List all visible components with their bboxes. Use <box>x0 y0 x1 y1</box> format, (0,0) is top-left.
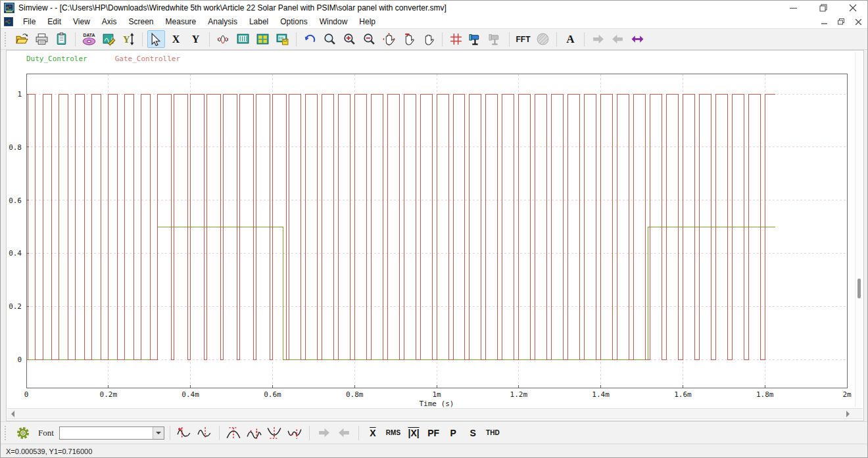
svg-text:DATA: DATA <box>83 33 95 37</box>
hand-button[interactable] <box>420 30 437 48</box>
save-screen-button[interactable] <box>274 30 291 48</box>
fit-horizontal-button[interactable] <box>629 30 646 48</box>
fit-horizontal-icon <box>631 32 644 46</box>
font-select-value[interactable] <box>60 427 153 439</box>
close-button[interactable] <box>838 1 867 15</box>
toolbar-separator <box>296 32 297 47</box>
next-page-disabled-button <box>589 30 607 48</box>
measure-cursor1-button[interactable] <box>176 424 193 442</box>
crosshair-grid-button[interactable] <box>447 30 465 48</box>
data-export-button[interactable]: DATA <box>80 30 98 48</box>
menu-axis[interactable]: Axis <box>96 16 123 28</box>
pan-button[interactable] <box>380 30 398 48</box>
global-max-button[interactable] <box>225 424 243 442</box>
text-tool-button[interactable]: A <box>562 30 579 48</box>
restore-button[interactable] <box>808 1 838 15</box>
screen-settings-button[interactable] <box>234 30 252 48</box>
scroll-left-arrow[interactable] <box>11 411 14 417</box>
real-power-button[interactable]: P <box>445 424 462 442</box>
zoom-in-button[interactable] <box>341 30 358 48</box>
print-button[interactable] <box>33 30 51 48</box>
next-max-button[interactable] <box>245 424 263 442</box>
pointer-button[interactable] <box>147 30 165 48</box>
rms-button[interactable]: RMS <box>384 424 402 442</box>
crosshair-grid-icon <box>449 32 463 46</box>
next-min-button[interactable] <box>286 424 304 442</box>
measure-toolbar: Font <box>1 421 868 444</box>
y-tick-label: 0.8 <box>9 143 22 152</box>
pan-minus-button[interactable] <box>400 30 418 48</box>
split-screen-button[interactable] <box>254 30 272 48</box>
undo-button[interactable] <box>301 30 319 48</box>
global-max-icon <box>226 425 241 441</box>
prev-page-disabled-icon <box>611 32 625 46</box>
app-icon <box>4 3 14 13</box>
x-axis-button[interactable]: X <box>167 30 185 48</box>
toolbar-separator <box>142 32 143 47</box>
font-select[interactable] <box>59 426 164 440</box>
y-axis-button[interactable]: Y <box>187 30 205 48</box>
menu-label[interactable]: Label <box>243 16 274 28</box>
x-tick-label: 0.8m <box>346 390 364 399</box>
mean-abs-button[interactable]: |X| <box>405 424 422 442</box>
next-page-disabled-icon <box>591 32 605 46</box>
copy-button[interactable] <box>53 30 70 48</box>
next-disabled-button <box>315 424 333 442</box>
thd-button[interactable]: THD <box>484 424 502 442</box>
measure-cursor2-button[interactable] <box>196 424 214 442</box>
toolbar-separator <box>442 32 443 47</box>
menu-screen[interactable]: Screen <box>123 16 160 28</box>
global-min-button[interactable] <box>266 424 283 442</box>
settings-gear-icon <box>16 426 30 440</box>
print-icon <box>35 32 49 46</box>
settings-gear-button[interactable] <box>14 424 32 442</box>
x-tick-label: 0 <box>24 390 29 399</box>
mean-button[interactable]: X <box>364 424 381 442</box>
edit-curves-button[interactable] <box>100 30 118 48</box>
menu-help[interactable]: Help <box>353 16 381 28</box>
menu-options[interactable]: Options <box>274 16 313 28</box>
undo-icon <box>303 32 317 46</box>
x-tick-label: 0.6m <box>264 390 281 399</box>
fft-button[interactable]: FFT <box>514 30 532 48</box>
measure-cursor-button[interactable] <box>467 30 485 48</box>
y-range-icon: Y <box>122 32 135 46</box>
toolbar-separator <box>509 32 510 47</box>
vertical-scrollbar-thumb[interactable] <box>857 279 861 298</box>
menu-file[interactable]: File <box>17 16 41 28</box>
chevron-down-icon[interactable] <box>153 427 164 439</box>
horizontal-scrollbar[interactable] <box>7 408 863 419</box>
close-icon <box>849 4 857 12</box>
toolbar-separator <box>170 426 170 440</box>
x-tick-label: 0.2m <box>100 390 118 399</box>
waveform-plot[interactable]: 00.20.40.60.8100.2m0.4m0.6m0.8m1m1.2m1.4… <box>7 51 855 407</box>
minimize-button[interactable] <box>779 1 808 15</box>
open-file-button[interactable] <box>13 30 31 48</box>
copy-icon <box>55 32 68 46</box>
zoom-out-button[interactable] <box>360 30 378 48</box>
menu-analysis[interactable]: Analysis <box>202 16 243 28</box>
child-close-button[interactable] <box>853 17 863 26</box>
pan-icon <box>382 32 396 46</box>
scroll-right-arrow[interactable] <box>846 411 850 417</box>
menu-measure[interactable]: Measure <box>160 16 203 28</box>
menu-view[interactable]: View <box>67 16 96 28</box>
measure-cursor2-icon <box>197 425 212 441</box>
vertical-scrollbar[interactable] <box>855 52 862 407</box>
menu-edit[interactable]: Edit <box>41 16 67 28</box>
next-disabled-icon <box>317 426 331 440</box>
screen-settings-icon <box>236 32 250 46</box>
measure-cursor-disabled-icon <box>489 32 502 46</box>
menu-window[interactable]: Window <box>314 16 354 28</box>
y-tick-label: 0 <box>17 355 22 364</box>
child-minimize-button[interactable] <box>819 17 829 26</box>
curves-button[interactable] <box>214 30 232 48</box>
apparent-power-button[interactable]: S <box>464 424 481 442</box>
child-restore-button[interactable] <box>836 17 846 26</box>
x-tick-label: 1.2m <box>510 390 528 399</box>
zoom-button[interactable] <box>321 30 339 48</box>
x-tick-label: 1m <box>432 390 441 399</box>
y-range-button[interactable]: Y <box>120 30 137 48</box>
power-factor-button[interactable]: PF <box>425 424 442 442</box>
child-close-icon <box>856 19 861 25</box>
